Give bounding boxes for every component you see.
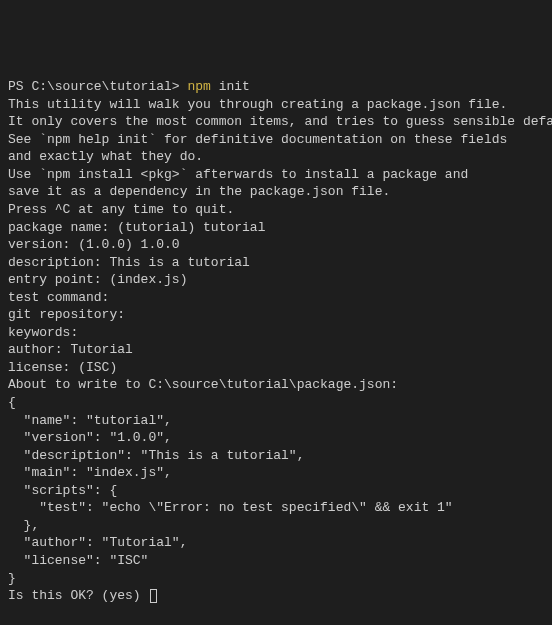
json-line: }, <box>8 517 544 535</box>
output-line: git repository: <box>8 306 544 324</box>
json-line: "test": "echo \"Error: no test specified… <box>8 499 544 517</box>
prompt-line: PS C:\source\tutorial> npm init <box>8 78 544 96</box>
output-line: and exactly what they do. <box>8 148 544 166</box>
json-line: "main": "index.js", <box>8 464 544 482</box>
output-line: About to write to C:\source\tutorial\pac… <box>8 376 544 394</box>
command-arg: init <box>211 79 250 94</box>
json-line: { <box>8 394 544 412</box>
output-line: package name: (tutorial) tutorial <box>8 219 544 237</box>
output-line: See `npm help init` for definitive docum… <box>8 131 544 149</box>
cursor-icon <box>150 589 157 603</box>
output-line: entry point: (index.js) <box>8 271 544 289</box>
prompt-path: C:\source\tutorial> <box>31 79 179 94</box>
output-line: license: (ISC) <box>8 359 544 377</box>
json-line: "author": "Tutorial", <box>8 534 544 552</box>
output-line: author: Tutorial <box>8 341 544 359</box>
output-line: This utility will walk you through creat… <box>8 96 544 114</box>
output-line: Use `npm install <pkg>` afterwards to in… <box>8 166 544 184</box>
output-line: description: This is a tutorial <box>8 254 544 272</box>
confirmation-prompt[interactable]: Is this OK? (yes) <box>8 588 157 603</box>
confirmation-text: Is this OK? (yes) <box>8 588 148 603</box>
json-line: } <box>8 570 544 588</box>
output-line: test command: <box>8 289 544 307</box>
prompt-ps: PS <box>8 79 31 94</box>
json-line: "scripts": { <box>8 482 544 500</box>
output-line: Press ^C at any time to quit. <box>8 201 544 219</box>
command-npm: npm <box>180 79 211 94</box>
output-line: keywords: <box>8 324 544 342</box>
json-line: "name": "tutorial", <box>8 412 544 430</box>
output-line: version: (1.0.0) 1.0.0 <box>8 236 544 254</box>
json-line: "version": "1.0.0", <box>8 429 544 447</box>
json-line: "description": "This is a tutorial", <box>8 447 544 465</box>
output-line: save it as a dependency in the package.j… <box>8 183 544 201</box>
json-line: "license": "ISC" <box>8 552 544 570</box>
output-line: It only covers the most common items, an… <box>8 113 544 131</box>
